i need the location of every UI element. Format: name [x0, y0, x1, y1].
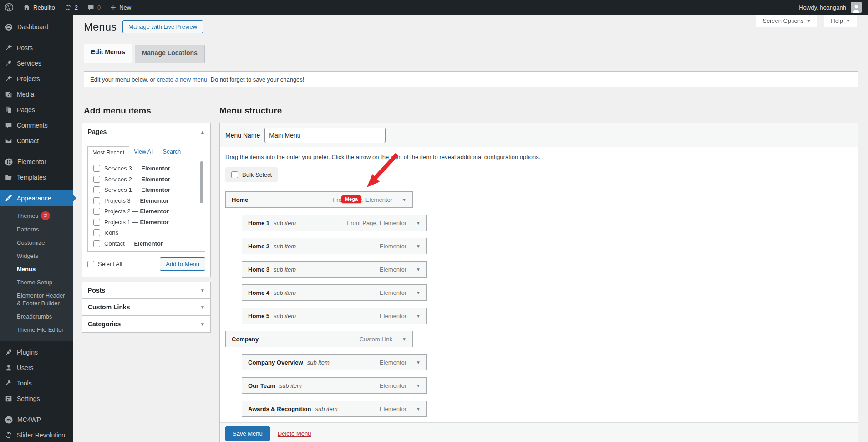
submenu-theme-setup[interactable]: Theme Setup — [0, 276, 73, 289]
menu-item-home-5[interactable]: Home 5 sub item Elementor▼ — [242, 308, 427, 324]
submenu-theme-file-editor[interactable]: Theme File Editor — [0, 323, 73, 336]
wordpress-logo-icon[interactable] — [0, 0, 18, 15]
checkbox[interactable] — [93, 186, 100, 193]
pages-checklist: Services 3 —Elementor Services 2 —Elemen… — [87, 159, 205, 252]
sidebar-item-settings[interactable]: Settings — [0, 391, 73, 406]
submenu-menus[interactable]: Menus — [0, 262, 73, 276]
sidebar-item-mc4wp[interactable]: MC4WP — [0, 412, 73, 427]
tab-edit-menus[interactable]: Edit Menus — [84, 44, 132, 63]
sidebar-item-users[interactable]: Users — [0, 360, 73, 375]
sidebar-item-dashboard[interactable]: Dashboard — [0, 19, 73, 35]
tab-manage-locations[interactable]: Manage Locations — [135, 45, 205, 63]
live-preview-button[interactable]: Manage with Live Preview — [122, 20, 203, 33]
drag-hint-text: Drag the items into the order you prefer… — [225, 154, 853, 160]
screen-options-button[interactable]: Screen Options▼ — [756, 15, 818, 27]
comments-icon — [5, 121, 13, 129]
sidebar-item-media[interactable]: Media — [0, 87, 73, 102]
updates-menu[interactable]: 2 — [60, 0, 82, 15]
sidebar-item-plugins[interactable]: Plugins — [0, 344, 73, 360]
comments-count: 0 — [97, 4, 101, 11]
checkbox[interactable] — [93, 240, 100, 247]
help-button[interactable]: Help▼ — [824, 15, 857, 27]
sidebar-item-comments[interactable]: Comments — [0, 118, 73, 133]
main-content: Screen Options▼ Help▼ Menus Manage with … — [73, 15, 868, 442]
menu-name-label: Menu Name — [225, 132, 260, 139]
menu-item-home-4[interactable]: Home 4 sub item Elementor▼ — [242, 284, 427, 301]
pages-panel-header[interactable]: Pages ▲ — [82, 123, 210, 140]
menu-name-input[interactable] — [264, 128, 386, 143]
submenu-breadcrumbs[interactable]: Breadcrumbs — [0, 310, 73, 323]
updates-icon — [64, 4, 72, 11]
submenu-widgets[interactable]: Widgets — [0, 249, 73, 262]
item-options-arrow-icon[interactable]: ▼ — [416, 314, 421, 319]
sidebar-item-slider-revolution[interactable]: Slider Revolution — [0, 427, 73, 442]
checkbox[interactable] — [93, 165, 100, 172]
home-icon — [23, 4, 30, 11]
sidebar-item-elementor[interactable]: Elementor — [0, 154, 73, 170]
avatar[interactable] — [851, 2, 862, 13]
menu-item-home-2[interactable]: Home 2 sub item Elementor▼ — [242, 238, 427, 254]
menu-item-company[interactable]: Company Custom Link▼ — [225, 331, 413, 347]
delete-menu-link[interactable]: Delete Menu — [278, 430, 311, 437]
accordion-posts[interactable]: Posts ▼ — [82, 282, 210, 298]
menu-item-home-1[interactable]: Home 1 sub item Front Page, Elementor▼ — [242, 215, 427, 231]
chevron-down-icon: ▼ — [200, 305, 205, 310]
tab-most-recent[interactable]: Most Recent — [87, 146, 129, 159]
pin-icon — [5, 44, 13, 52]
sidebar-item-contact[interactable]: Contact — [0, 133, 73, 149]
item-options-arrow-icon[interactable]: ▼ — [416, 360, 421, 365]
checkbox[interactable] — [93, 208, 100, 215]
item-options-arrow-icon[interactable]: ▼ — [402, 197, 406, 202]
menu-item-our-team[interactable]: Our Team sub item Elementor▼ — [242, 377, 427, 394]
accordion-categories[interactable]: Categories ▼ — [82, 315, 210, 332]
sidebar-item-tools[interactable]: Tools — [0, 375, 73, 391]
item-options-arrow-icon[interactable]: ▼ — [416, 290, 421, 295]
submenu-themes[interactable]: Themes2 — [0, 209, 73, 223]
sidebar-item-services[interactable]: Services — [0, 56, 73, 71]
save-menu-button[interactable]: Save Menu — [225, 426, 270, 441]
submenu-patterns[interactable]: Patterns — [0, 223, 73, 236]
accordion-custom-links[interactable]: Custom Links ▼ — [82, 298, 210, 315]
item-options-arrow-icon[interactable]: ▼ — [416, 221, 421, 226]
new-menu[interactable]: New — [105, 0, 136, 15]
bulk-select-checkbox[interactable] — [231, 171, 238, 178]
chevron-down-icon: ▼ — [200, 322, 205, 327]
create-new-menu-link[interactable]: create a new menu — [157, 76, 208, 83]
list-item: Contact —Elementor — [93, 238, 205, 249]
list-item: Services 2 —Elementor — [93, 174, 205, 185]
sidebar-item-pages[interactable]: Pages — [0, 102, 73, 118]
item-options-arrow-icon[interactable]: ▼ — [416, 244, 421, 249]
sidebar-item-projects[interactable]: Projects — [0, 71, 73, 87]
sidebar-item-posts[interactable]: Posts — [0, 40, 73, 56]
checkbox[interactable] — [93, 176, 100, 183]
mega-menu-badge[interactable]: Mega — [341, 195, 361, 203]
list-item: Projects 1 —Elementor — [93, 217, 205, 228]
select-all-label[interactable]: Select All — [87, 261, 122, 267]
menu-item-awards-recognition[interactable]: Awards & Recognition sub item Elementor▼ — [242, 401, 427, 417]
submenu-customize[interactable]: Customize — [0, 236, 73, 249]
tab-view-all[interactable]: View All — [129, 146, 158, 159]
menu-item-company-overview[interactable]: Company Overview sub item Elementor▼ — [242, 354, 427, 370]
pin-icon — [5, 59, 13, 67]
menu-item-home[interactable]: Home Front Page, Elementor ▼ Mega — [225, 191, 413, 208]
checkbox[interactable] — [93, 219, 100, 226]
select-all-checkbox[interactable] — [87, 261, 94, 267]
item-options-arrow-icon[interactable]: ▼ — [416, 406, 421, 411]
sidebar-item-templates[interactable]: Templates — [0, 170, 73, 185]
sidebar-item-appearance[interactable]: Appearance — [0, 190, 73, 206]
howdy-menu[interactable]: Howdy, hoanganh — [794, 0, 847, 15]
comments-menu[interactable]: 0 — [82, 0, 105, 15]
bulk-select-toggle[interactable]: Bulk Select — [225, 167, 278, 182]
scrollbar[interactable] — [200, 161, 203, 203]
tab-search[interactable]: Search — [158, 146, 186, 159]
add-to-menu-button[interactable]: Add to Menu — [160, 257, 205, 271]
site-name-menu[interactable]: Rebuilto — [18, 0, 60, 15]
item-options-arrow-icon[interactable]: ▼ — [416, 267, 421, 272]
checkbox[interactable] — [93, 197, 100, 204]
item-options-arrow-icon[interactable]: ▼ — [416, 383, 421, 388]
item-options-arrow-icon[interactable]: ▼ — [402, 337, 406, 342]
checkbox[interactable] — [93, 229, 100, 236]
menu-item-home-3[interactable]: Home 3 sub item Elementor▼ — [242, 261, 427, 278]
collapse-panel-icon[interactable]: ▲ — [200, 129, 205, 134]
submenu-elementor-header-footer[interactable]: Elementor Header & Footer Builder — [0, 289, 73, 310]
